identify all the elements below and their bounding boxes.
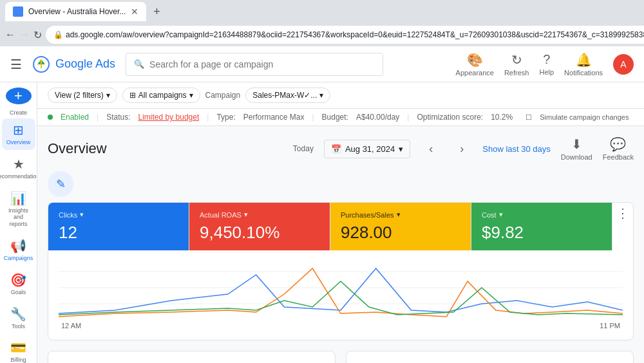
campaign-filter-pill[interactable]: Sales-PMax-W✓... ▾ [245,88,330,103]
clicks-value: 12 [59,223,178,243]
all-campaigns-label: All campaigns [138,91,187,100]
main-content: View (2 filters) ▾ ⊞ All campaigns ▾ Cam… [37,82,644,363]
status-bar: Enabled | Status: Limited by budget | Ty… [37,109,644,126]
url-text: ads.google.com/aw/overview?campaignId=21… [66,30,644,39]
sidebar-item-recommendations[interactable]: ★ Recommendations [2,153,35,184]
logo-area: Google Ads [32,55,115,73]
stats-header: Clicks ▾ 12 Actual ROAS ▾ 9,450.10% [48,203,633,250]
status-label: Status: [106,113,130,122]
chart-area: 12 AM 11 PM [48,250,633,340]
create-button[interactable]: + [6,88,32,104]
simulate-label: Simulate campaign changes [540,113,629,121]
optimization-label: Optimization score: [417,113,483,122]
tab-favicon [13,6,23,17]
sidebar-label-overview: Overview [6,139,31,146]
stat-clicks: Clicks ▾ 12 [48,203,189,250]
sidebar-label-goals: Goals [11,289,26,296]
purchases-label: Purchases/Sales ▾ [341,210,460,219]
insights-icon: 📊 [10,191,26,206]
sidebar-label-campaigns: Campaigns [4,255,33,262]
status-value[interactable]: Limited by budget [138,113,200,122]
clicks-dropdown[interactable]: ▾ [80,210,84,219]
stat-purchases: Purchases/Sales ▾ 928.00 [330,203,471,250]
help-button[interactable]: ? Help [539,52,554,76]
stats-card: Clicks ▾ 12 Actual ROAS ▾ 9,450.10% [48,202,634,340]
sidebar-item-tools[interactable]: 🔧 Tools [2,302,35,334]
edit-fab[interactable]: ✎ [48,171,73,197]
purchases-dropdown[interactable]: ▾ [397,210,401,219]
date-picker[interactable]: 📅 Aug 31, 2024 ▾ [324,140,410,158]
appearance-button[interactable]: 🎨 Appearance [456,52,494,77]
checkbox-simulate[interactable]: ☐ [526,113,532,122]
sidebar-item-overview[interactable]: ⊞ Overview [2,118,35,150]
new-tab-button[interactable]: + [149,4,164,19]
sidebar-label-recommendations: Recommendations [0,173,37,180]
recommendation-card: 📍 Recommendation ⋮ Drive more sales by a… [48,351,336,363]
sidebar-item-goals[interactable]: 🎯 Goals [2,268,35,300]
search-box[interactable]: 🔍 [126,53,383,76]
next-date-button[interactable]: › [451,138,472,159]
sidebar-label-tools: Tools [12,323,25,330]
prev-date-button[interactable]: ‹ [421,138,441,159]
app-body: + Create ⊞ Overview ★ Recommendations 📊 … [0,82,644,363]
overview-icon: ⊞ [13,122,24,138]
status-enabled-dot [48,115,53,120]
stats-menu-button[interactable]: ⋮ [612,203,633,223]
campaign-name-text: Sales-PMax-W✓... [252,91,317,100]
address-bar[interactable]: 🔒 ads.google.com/aw/overview?campaignId=… [46,26,644,44]
last-days-link[interactable]: Show last 30 days [482,144,551,154]
sidebar-item-campaigns[interactable]: 📢 Campaigns [2,234,35,266]
download-icon: ⬇ [571,136,582,152]
appearance-icon: 🎨 [467,52,483,68]
cost-dropdown[interactable]: ▾ [499,210,503,219]
reload-button[interactable]: ↻ [33,26,42,44]
chart-time-end: 11 PM [600,322,620,330]
appearance-label: Appearance [456,69,494,77]
forward-button[interactable]: → [19,26,30,44]
download-label: Download [561,153,592,161]
search-icon: 🔍 [134,59,144,69]
page-title-row: Overview Today 📅 Aug 31, 2024 ▾ ‹ › Show… [48,136,634,161]
browser-tab[interactable]: Overview - Australia Hover... ✕ [5,2,146,21]
filter-row: View (2 filters) ▾ ⊞ All campaigns ▾ Cam… [48,88,634,103]
sub-header: View (2 filters) ▾ ⊞ All campaigns ▾ Cam… [37,82,644,109]
all-campaigns-pill[interactable]: ⊞ All campaigns ▾ [122,88,200,103]
performance-chart [59,256,623,320]
enabled-label: Enabled [61,113,89,122]
roas-label: Actual ROAS ▾ [200,210,319,219]
view-filter-pill[interactable]: View (2 filters) ▾ [48,88,117,103]
view-filter-label: View (2 filters) [55,91,104,100]
purchases-value: 928.00 [341,223,460,243]
sidebar-label-insights: Insights and reports [5,207,33,228]
campaigns-dropdown-icon: ▾ [189,91,193,100]
cost-label: Cost ▾ [482,210,601,219]
sidebar-item-insights[interactable]: 📊 Insights and reports [2,187,35,232]
optimization-value: 10.2% [491,113,513,122]
notifications-button[interactable]: 🔔 Notifications [564,52,603,77]
address-bar-row: ← → ↻ 🔒 ads.google.com/aw/overview?campa… [0,23,644,46]
app-logo-text: Google Ads [55,57,115,71]
feedback-button[interactable]: 💬 Feedback [603,136,634,161]
roas-dropdown[interactable]: ▾ [244,210,248,219]
refresh-button[interactable]: ↻ Refresh [504,52,529,77]
download-button[interactable]: ⬇ Download [561,136,592,161]
notifications-icon: 🔔 [576,52,592,68]
user-avatar[interactable]: A [613,54,634,75]
help-label: Help [539,68,554,76]
campaign-label: Campaign [205,91,241,100]
billing-icon: 💳 [10,340,26,355]
view-filter-icon: ▾ [106,91,110,100]
page-title: Overview [48,140,107,157]
stat-cost: Cost ▾ $9.82 [471,203,612,250]
tab-close-button[interactable]: ✕ [131,6,138,17]
back-button[interactable]: ← [5,26,15,44]
refresh-icon: ↻ [511,52,522,68]
search-input[interactable] [149,59,375,70]
sidebar-item-billing[interactable]: 💳 Billing [2,336,35,363]
type-value: Performance Max [243,113,305,122]
goals-icon: 🎯 [10,272,26,288]
hamburger-menu[interactable]: ☰ [10,57,22,72]
type-label: Type: [216,113,235,122]
browser-tab-bar: Overview - Australia Hover... ✕ + [0,0,644,23]
separator3: | [312,113,314,122]
